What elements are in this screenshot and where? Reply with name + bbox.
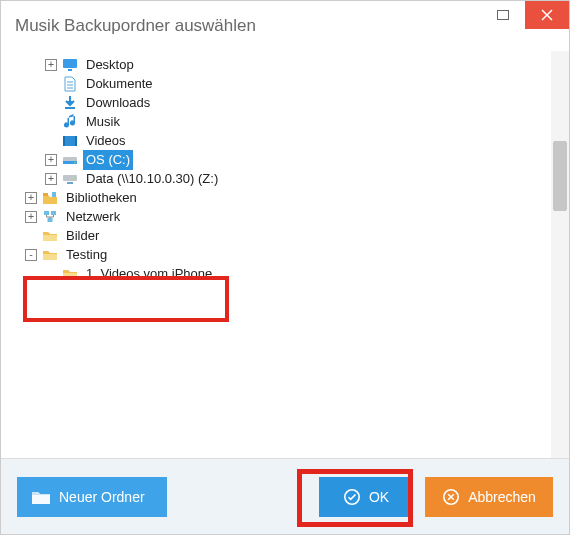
tree-item[interactable]: +Bibliotheken [5, 188, 561, 207]
folder-tree-area: +DesktopDokumenteDownloadsMusikVideos+OS… [1, 51, 569, 459]
download-icon [61, 95, 79, 111]
dialog-footer: Neuer Ordner OK Abbrechen [1, 459, 569, 535]
new-folder-button[interactable]: Neuer Ordner [17, 477, 167, 517]
folder-icon [31, 489, 51, 505]
titlebar: Musik Backupordner auswählen [1, 1, 569, 51]
tree-item[interactable]: Downloads [5, 93, 561, 112]
expand-icon[interactable]: + [45, 59, 57, 71]
svg-rect-3 [63, 59, 77, 68]
tree-item-label: Bilder [63, 226, 102, 246]
tree-item[interactable]: Videos [5, 131, 561, 150]
video-icon [61, 133, 79, 149]
tree-item[interactable]: Bilder [5, 226, 561, 245]
titlebar-buttons [481, 1, 569, 51]
collapse-icon[interactable]: - [25, 249, 37, 261]
ok-label: OK [369, 489, 389, 505]
svg-rect-21 [51, 211, 56, 215]
tree-item-label: OS (C:) [83, 150, 133, 170]
tree-item-label: Videos [83, 131, 129, 151]
netdrive-icon [61, 171, 79, 187]
svg-rect-9 [63, 136, 77, 146]
expand-icon[interactable]: + [25, 192, 37, 204]
svg-point-14 [74, 161, 76, 163]
tree-item[interactable]: +OS (C:) [5, 150, 561, 169]
folder-icon [61, 266, 79, 282]
expander-placeholder [25, 230, 37, 242]
folder-icon [41, 247, 59, 263]
scrollbar-thumb[interactable] [553, 141, 567, 211]
svg-rect-0 [498, 11, 509, 20]
svg-rect-4 [68, 69, 72, 71]
tree-item[interactable]: +Netzwerk [5, 207, 561, 226]
tree-item-label: Musik [83, 112, 123, 132]
tree-item[interactable]: 1. Videos vom iPhone [5, 264, 561, 283]
expander-placeholder [45, 268, 57, 280]
expand-icon[interactable]: + [45, 173, 57, 185]
tree-item[interactable]: -Testing [5, 245, 561, 264]
tree-item[interactable]: +Data (\\10.10.0.30) (Z:) [5, 169, 561, 188]
expander-placeholder [45, 78, 57, 90]
svg-rect-10 [63, 136, 65, 146]
expander-placeholder [45, 97, 57, 109]
tree-item-label: Testing [63, 245, 110, 265]
tree-item[interactable]: +Desktop [5, 55, 561, 74]
expander-placeholder [45, 116, 57, 128]
document-icon [61, 76, 79, 92]
expander-placeholder [45, 135, 57, 147]
cancel-label: Abbrechen [468, 489, 536, 505]
close-button[interactable] [525, 1, 569, 29]
music-icon [61, 114, 79, 130]
new-folder-label: Neuer Ordner [59, 489, 145, 505]
tree-item-label: Data (\\10.10.0.30) (Z:) [83, 169, 221, 189]
drive-icon [61, 152, 79, 168]
close-circle-icon [442, 488, 460, 506]
tree-item-label: Dokumente [83, 74, 155, 94]
network-icon [41, 209, 59, 225]
window-title: Musik Backupordner auswählen [15, 16, 256, 36]
maximize-button[interactable] [481, 1, 525, 29]
check-circle-icon [343, 488, 361, 506]
svg-rect-18 [43, 193, 48, 196]
folder-tree[interactable]: +DesktopDokumenteDownloadsMusikVideos+OS… [5, 55, 561, 283]
svg-rect-11 [75, 136, 77, 146]
svg-point-17 [74, 177, 76, 179]
svg-rect-22 [48, 218, 53, 222]
svg-rect-19 [52, 192, 56, 197]
tree-item[interactable]: Dokumente [5, 74, 561, 93]
folder-icon [41, 228, 59, 244]
tree-item-label: Desktop [83, 55, 137, 75]
svg-rect-8 [65, 107, 75, 109]
scrollbar-track[interactable] [551, 51, 569, 458]
svg-rect-16 [67, 182, 73, 184]
tree-item-label: 1. Videos vom iPhone [83, 264, 215, 284]
svg-rect-20 [44, 211, 49, 215]
desktop-icon [61, 57, 79, 73]
tree-item-label: Netzwerk [63, 207, 123, 227]
tree-item-label: Bibliotheken [63, 188, 140, 208]
tree-item-label: Downloads [83, 93, 153, 113]
expand-icon[interactable]: + [25, 211, 37, 223]
tree-item[interactable]: Musik [5, 112, 561, 131]
cancel-button[interactable]: Abbrechen [425, 477, 553, 517]
expand-icon[interactable]: + [45, 154, 57, 166]
ok-button[interactable]: OK [319, 477, 413, 517]
library-icon [41, 190, 59, 206]
